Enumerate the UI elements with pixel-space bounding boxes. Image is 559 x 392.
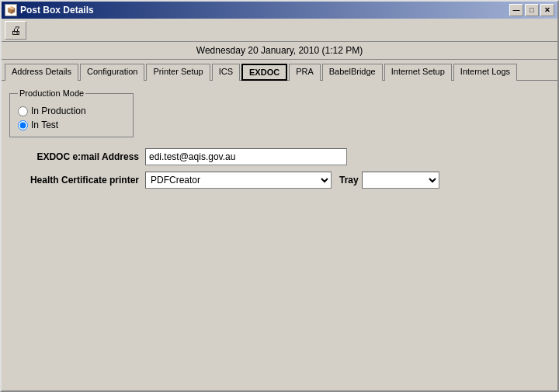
window-icon: 📦 xyxy=(5,4,17,16)
datetime-bar: Wednesday 20 January, 2010 (1:12 PM) xyxy=(2,42,557,60)
email-row: EXDOC e:mail Address xyxy=(9,148,550,165)
tab-babelbridge[interactable]: BabelBridge xyxy=(322,64,383,81)
tab-configuration[interactable]: Configuration xyxy=(80,64,144,81)
title-bar-left: 📦 Post Box Details xyxy=(5,4,94,16)
radio-row-in-production: In Production xyxy=(18,106,125,116)
minimize-button[interactable]: — xyxy=(509,4,523,16)
tab-exdoc[interactable]: EXDOC xyxy=(241,64,287,81)
content-area: Production Mode In Production In Test EX… xyxy=(2,81,557,390)
toolbar-icon-button[interactable]: 🖨 xyxy=(5,21,26,40)
email-label: EXDOC e:mail Address xyxy=(9,151,145,162)
toolbar: 🖨 xyxy=(2,19,557,42)
tab-address-details[interactable]: Address Details xyxy=(5,64,78,81)
label-in-test: In Test xyxy=(31,120,58,130)
email-input[interactable] xyxy=(145,148,347,165)
production-mode-group: Production Mode In Production In Test xyxy=(9,88,134,137)
tabs-container: Address Details Configuration Printer Se… xyxy=(2,60,557,81)
tab-pra[interactable]: PRA xyxy=(289,64,321,81)
label-in-production: In Production xyxy=(31,106,86,116)
tab-internet-logs[interactable]: Internet Logs xyxy=(453,64,517,81)
printer-row: Health Certificate printer PDFCreator Ad… xyxy=(9,172,550,189)
tab-printer-setup[interactable]: Printer Setup xyxy=(146,64,210,81)
toolbar-icon: 🖨 xyxy=(10,24,21,36)
title-bar-controls: — □ ✕ xyxy=(509,4,554,16)
printer-select[interactable]: PDFCreator Adobe PDF Default Printer xyxy=(145,172,332,189)
tray-label: Tray xyxy=(339,175,359,186)
main-window: 📦 Post Box Details — □ ✕ 🖨 Wednesday 20 … xyxy=(0,0,559,392)
tab-ics[interactable]: ICS xyxy=(212,64,240,81)
production-mode-legend: Production Mode xyxy=(18,88,85,98)
tab-internet-setup[interactable]: Internet Setup xyxy=(384,64,452,81)
close-button[interactable]: ✕ xyxy=(540,4,554,16)
radio-in-test[interactable] xyxy=(18,120,28,130)
title-bar: 📦 Post Box Details — □ ✕ xyxy=(2,2,557,19)
window-title: Post Box Details xyxy=(20,5,94,16)
radio-in-production[interactable] xyxy=(18,106,28,116)
maximize-button[interactable]: □ xyxy=(525,4,539,16)
tray-select[interactable]: Tray 1 Tray 2 Manual xyxy=(362,172,439,189)
printer-label: Health Certificate printer xyxy=(9,175,145,186)
radio-row-in-test: In Test xyxy=(18,120,125,130)
datetime-text: Wednesday 20 January, 2010 (1:12 PM) xyxy=(196,45,363,56)
